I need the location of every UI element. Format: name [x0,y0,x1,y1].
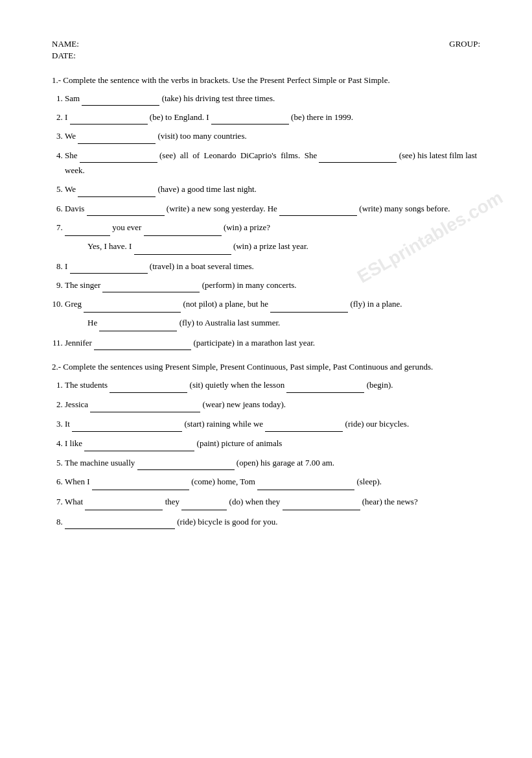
blank[interactable] [279,207,357,216]
blank[interactable] [283,501,360,510]
blank[interactable] [286,384,364,393]
item-text: The students (sit) quietly when the less… [65,377,480,394]
blank[interactable] [72,423,182,432]
blank[interactable] [87,207,165,216]
blank[interactable] [80,154,157,163]
blank[interactable] [70,115,148,124]
list-item: What they (do) when they (hear) the news… [65,494,480,510]
blank[interactable] [78,188,156,197]
list-item: Davis (write) a new song yesterday. He (… [65,201,480,216]
item-text: We (have) a good time last night. [65,184,257,194]
list-item: The students (sit) quietly when the less… [65,377,480,394]
blank[interactable] [85,501,163,510]
item-text: Sam (take) his driving test three times. [65,93,275,103]
section-2-list: The students (sit) quietly when the less… [65,377,480,529]
blank[interactable] [65,227,110,236]
list-item: I (be) to England. I (be) there in 1999. [65,110,480,124]
section-1-title: 1.- Complete the sentence with the verbs… [52,74,480,87]
item-text: She (see) all of Leonardo DiCaprio's fil… [65,150,477,175]
blank[interactable] [137,461,235,470]
blank[interactable] [110,384,187,393]
item-text: The machine usually (open) his garage at… [65,458,334,468]
blank[interactable] [99,322,177,331]
blank[interactable] [78,135,156,144]
blank[interactable] [92,481,189,490]
list-item: It (start) raining while we (ride) our b… [65,416,480,432]
blank[interactable] [181,501,227,510]
list-item: We (have) a good time last night. [65,182,480,196]
blank[interactable] [65,520,175,529]
list-item: I like (paint) picture of animals [65,436,480,451]
blank[interactable] [90,403,200,412]
item-text: (ride) bicycle is good for you. [65,517,277,527]
blank[interactable] [257,481,354,490]
item-text: I like (paint) picture of animals [65,438,282,448]
item-text: What they (do) when they (hear) the news… [65,494,480,510]
item-text: Davis (write) a new song yesterday. He (… [65,204,450,213]
list-item: you ever (win) a prize? Yes, I have. I (… [65,220,480,254]
section-2: 2.- Complete the sentences using Present… [52,361,480,529]
section-1: 1.- Complete the sentence with the verbs… [52,74,480,350]
item-text: I (be) to England. I (be) there in 1999. [65,112,353,122]
blank[interactable] [70,265,148,274]
item-text: you ever (win) a prize? [65,220,480,236]
list-item: Greg (not pilot) a plane, but he (fly) i… [65,296,480,331]
list-item: She (see) all of Leonardo DiCaprio's fil… [65,148,480,178]
list-item: We (visit) too many countries. [65,128,480,143]
item-text: Jennifer (participate) in a marathon las… [65,338,315,348]
item-text-continued: Yes, I have. I (win) a prize last year. [87,239,480,255]
list-item: Jennifer (participate) in a marathon las… [65,335,480,350]
item-text: It (start) raining while we (ride) our b… [65,416,480,432]
blank[interactable] [144,227,222,236]
blank[interactable] [84,442,194,451]
section-2-title: 2.- Complete the sentences using Present… [52,361,480,373]
item-text: We (visit) too many countries. [65,131,247,141]
name-label: NAME: [52,39,79,49]
item-text-continued: He (fly) to Australia last summer. [87,315,480,331]
blank[interactable] [94,341,191,350]
section-1-list: Sam (take) his driving test three times.… [65,91,480,351]
item-text: The singer (perform) in many concerts. [65,280,297,290]
list-item: When I (come) home, Tom (sleep). [65,474,480,490]
list-item: The singer (perform) in many concerts. [65,278,480,292]
blank[interactable] [211,115,289,124]
blank[interactable] [265,423,343,432]
blank[interactable] [82,97,159,106]
list-item: (ride) bicycle is good for you. [65,514,480,529]
blank[interactable] [134,246,231,255]
item-text: When I (come) home, Tom (sleep). [65,474,480,490]
item-text: I (travel) in a boat several times. [65,261,254,271]
item-text: Jessica (wear) new jeans today). [65,399,286,409]
list-item: I (travel) in a boat several times. [65,259,480,274]
list-item: Sam (take) his driving test three times. [65,91,480,106]
list-item: Jessica (wear) new jeans today). [65,397,480,412]
item-text: Greg (not pilot) a plane, but he (fly) i… [65,296,480,313]
list-item: The machine usually (open) his garage at… [65,455,480,470]
blank[interactable] [84,303,181,313]
blank[interactable] [102,283,200,292]
group-label: GROUP: [449,39,480,49]
blank[interactable] [319,154,397,163]
header-section: NAME: GROUP: DATE: [52,39,480,61]
date-label: DATE: [52,51,76,60]
blank[interactable] [270,303,348,313]
